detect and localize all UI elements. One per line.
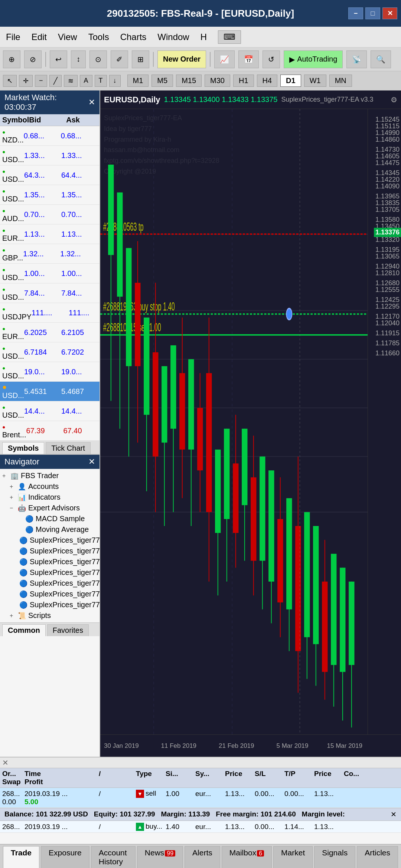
market-row-usd5[interactable]: ● USD... 7.84... 7.84...: [0, 283, 100, 303]
nav-moving-avg[interactable]: 🔵 Moving Average: [2, 524, 97, 535]
tf-m15[interactable]: M15: [176, 75, 202, 87]
tf-h4[interactable]: H4: [257, 75, 278, 87]
market-row-usd-selected[interactable]: ● USD... 5.4531 5.4687: [0, 382, 100, 401]
market-row-usd3[interactable]: ● USD... 1.35... 1.35...: [0, 185, 100, 205]
tf-d1[interactable]: D1: [280, 75, 301, 87]
wave-tool[interactable]: ≋: [64, 75, 78, 87]
market-row-usdjpy[interactable]: ● USDJPY 111.... 111....: [0, 303, 100, 323]
order-sell-row[interactable]: 268... 2019.03.19 ... / ▼sell 1.00 eur..…: [0, 788, 401, 808]
toolbar-template-button[interactable]: ⊘: [24, 50, 42, 68]
svg-rect-57: [286, 498, 292, 609]
nav-accounts[interactable]: + 👤 Accounts: [2, 481, 97, 492]
terminal-collapse-btn[interactable]: ✕: [2, 758, 9, 767]
toolbar-chart-button[interactable]: 📈: [214, 50, 235, 68]
price-29: 1.11785: [375, 339, 400, 347]
toolbar-refresh-button[interactable]: ↺: [263, 50, 280, 68]
price-13: 1.13705: [375, 206, 400, 214]
market-row-aud[interactable]: ● AUD... 0.70... 0.70...: [0, 205, 100, 224]
keyboard-icon[interactable]: ⌨: [218, 30, 241, 44]
market-watch-close[interactable]: ✕: [88, 98, 95, 107]
menu-view[interactable]: View: [58, 32, 77, 42]
candlestick-chart[interactable]: #268810563 tp #268819563 buy stop 1.40 #…: [100, 109, 368, 734]
minimize-button[interactable]: −: [348, 7, 363, 19]
navigator-close[interactable]: ✕: [88, 457, 95, 467]
close-button[interactable]: ✕: [382, 7, 397, 19]
tab-market[interactable]: Market: [273, 846, 313, 868]
tab-signals[interactable]: Signals: [314, 846, 355, 868]
toolbar-search-button[interactable]: 🔍: [371, 50, 391, 68]
tab-favorites[interactable]: Favorites: [47, 624, 89, 636]
nav-suplex5[interactable]: 🔵 SuplexPrices_tiger777...: [2, 578, 97, 589]
tf-m30[interactable]: M30: [205, 75, 230, 87]
tab-mailbox[interactable]: Mailbox6: [222, 846, 272, 868]
tab-trade[interactable]: Trade: [3, 846, 39, 868]
toolbar-print-button[interactable]: ⊙: [89, 50, 107, 68]
chart-canvas[interactable]: SuplexPrices_tiger777-EA Idea by tiger77…: [100, 109, 401, 734]
pending-size: 1.40: [166, 823, 195, 831]
tf-h1[interactable]: H1: [233, 75, 254, 87]
toolbar-signals-button[interactable]: 📡: [346, 50, 367, 68]
tab-exposure[interactable]: Exposure: [41, 846, 89, 868]
order-swap: 0.00: [2, 798, 25, 806]
new-order-button[interactable]: New Order: [157, 50, 206, 68]
nav-suplex2[interactable]: 🔵 SuplexPrices_tiger777...: [2, 546, 97, 556]
market-row-usd1[interactable]: ● USD... 1.33... 1.33...: [0, 146, 100, 165]
market-row-eur1[interactable]: ● EUR... 1.13... 1.13...: [0, 224, 100, 244]
tab-news[interactable]: News99: [137, 846, 183, 868]
line-tool[interactable]: −: [35, 75, 47, 87]
market-row-usd8[interactable]: ● USD... 14.4... 14.4...: [0, 401, 100, 421]
toolbar-edit-button[interactable]: ✐: [111, 50, 128, 68]
label-tool[interactable]: T: [95, 75, 107, 87]
maximize-button[interactable]: □: [365, 7, 380, 19]
diagonal-tool[interactable]: ╱: [49, 75, 62, 87]
autotrading-button[interactable]: ▶ AutoTrading: [284, 50, 343, 68]
menu-window[interactable]: Window: [157, 32, 189, 42]
nav-fbs-trader[interactable]: + 🏢 FBS Trader: [2, 470, 97, 481]
menu-file[interactable]: File: [6, 32, 20, 42]
market-row-eur2[interactable]: ● EUR... 6.2025 6.2105: [0, 323, 100, 342]
balance-close-btn[interactable]: ✕: [391, 810, 397, 819]
menu-edit[interactable]: Edit: [32, 32, 47, 42]
chart-settings-icon[interactable]: ⚙: [391, 95, 397, 104]
market-row-brent[interactable]: ● Brent... 67.39 67.40 ▼: [0, 421, 100, 441]
nav-suplex1[interactable]: 🔵 SuplexPrices_tiger777...: [2, 535, 97, 546]
market-row-usd4[interactable]: ● USD... 1.00... 1.00...: [0, 264, 100, 283]
tf-mn[interactable]: MN: [329, 75, 352, 87]
tab-symbols[interactable]: Symbols: [2, 442, 44, 454]
order-pending-row[interactable]: 268... 2019.03.19 ... / ▲buy... 1.40 eur…: [0, 821, 401, 833]
tab-common[interactable]: Common: [2, 624, 46, 636]
nav-suplex3[interactable]: 🔵 SuplexPrices_tiger777...: [2, 556, 97, 567]
terminal-tabs: Trade Exposure Account History News99 Al…: [0, 844, 401, 868]
menu-charts[interactable]: Charts: [120, 32, 147, 42]
toolbar-new-button[interactable]: ⊕: [3, 50, 20, 68]
toolbar-grid-button[interactable]: ⊞: [132, 50, 149, 68]
nav-suplex4[interactable]: 🔵 SuplexPrices_tiger777...: [2, 567, 97, 578]
tab-tick-chart[interactable]: Tick Chart: [46, 442, 90, 454]
menu-help[interactable]: H: [200, 32, 207, 42]
nav-suplex7[interactable]: 🔵 SuplexPrices_tiger777...: [2, 599, 97, 610]
crosshair-tool[interactable]: ✛: [19, 75, 33, 87]
cursor-tool[interactable]: ↖: [3, 75, 17, 87]
arrow-tool[interactable]: ↓: [109, 75, 121, 87]
tf-m1[interactable]: M1: [127, 75, 149, 87]
nav-indicators[interactable]: + 📊 Indicators: [2, 492, 97, 503]
market-row-nzd[interactable]: ● NZD... 0.68... 0.68...: [0, 126, 100, 146]
market-row-usd7[interactable]: ● USD... 19.0... 19.0...: [0, 362, 100, 382]
nav-macd[interactable]: 🔵 MACD Sample: [2, 513, 97, 524]
market-row-usd6[interactable]: ● USD... 6.7184 6.7202: [0, 342, 100, 362]
tab-account-history[interactable]: Account History: [91, 846, 136, 868]
nav-suplex6[interactable]: 🔵 SuplexPrices_tiger777...: [2, 589, 97, 599]
toolbar-undo-button[interactable]: ↩: [50, 50, 67, 68]
text-tool[interactable]: A: [80, 75, 92, 87]
tf-w1[interactable]: W1: [304, 75, 326, 87]
market-row-gbp[interactable]: ● GBP... 1.32... 1.32...: [0, 244, 100, 264]
tf-m5[interactable]: M5: [151, 75, 173, 87]
tab-articles[interactable]: Articles: [357, 846, 398, 868]
market-row-usd2[interactable]: ● USD... 64.3... 64.4...: [0, 165, 100, 185]
tab-alerts[interactable]: Alerts: [185, 846, 220, 868]
nav-expert-advisors[interactable]: − 🤖 Expert Advisors: [2, 503, 97, 513]
toolbar-zoom-button[interactable]: ↕: [71, 50, 86, 68]
toolbar-period-button[interactable]: 📅: [238, 50, 259, 68]
nav-scripts[interactable]: + 📜 Scripts: [2, 610, 97, 621]
menu-tools[interactable]: Tools: [88, 32, 109, 42]
